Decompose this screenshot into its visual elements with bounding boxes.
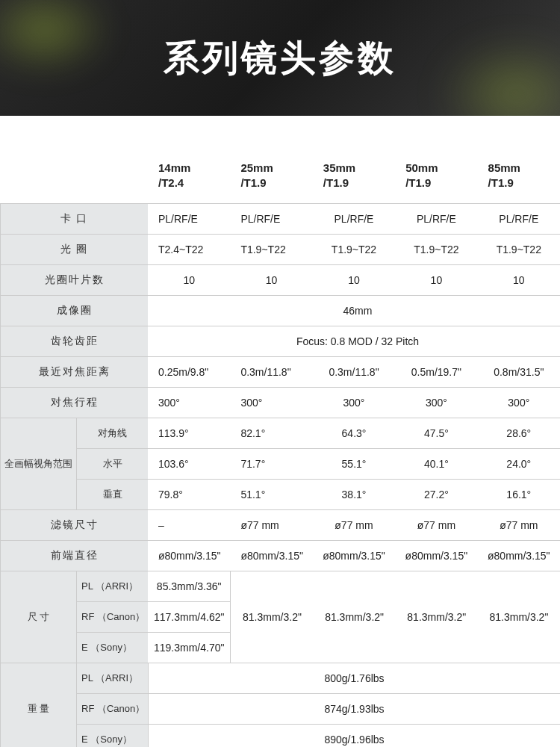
cell: 119.3mm/4.70"	[148, 632, 230, 663]
col-25mm: 25mm/T1.9	[230, 153, 312, 203]
cell: 28.6°	[478, 418, 560, 448]
label-pl: PL （ARRI）	[76, 571, 148, 601]
cell: ø80mm/3.15"	[478, 541, 560, 571]
row-gear-pitch: 齿轮齿距 Focus: 0.8 MOD / 32 Pitch	[0, 326, 560, 356]
cell: T1.9~T22	[313, 235, 395, 264]
cell: 40.1°	[395, 448, 477, 479]
label-weight: 重 量	[0, 663, 76, 747]
cell: 0.8m/31.5"	[478, 357, 560, 387]
cell: 113.9°	[148, 418, 230, 448]
spec-table: 14mm/T2.4 25mm/T1.9 35mm/T1.9 50mm/T1.9 …	[0, 116, 560, 747]
label-fov-h: 水平	[76, 448, 148, 479]
cell: 82.1°	[230, 418, 312, 448]
col-85mm: 85mm/T1.9	[478, 153, 560, 203]
label-front: 前端直径	[0, 541, 148, 571]
cell: T1.9~T22	[395, 235, 477, 264]
cell: ø77 mm	[395, 510, 477, 540]
label-filter: 滤镜尺寸	[0, 510, 148, 540]
cell: 10	[148, 265, 230, 295]
label-mfd: 最近对焦距离	[0, 357, 148, 387]
cell: 0.25m/9.8"	[148, 357, 230, 387]
row-front: 前端直径 ø80mm/3.15" ø80mm/3.15" ø80mm/3.15"…	[0, 540, 560, 571]
cell: 103.6°	[148, 448, 230, 479]
row-fov: 全画幅视角范围 对角线 113.9° 82.1° 64.3° 47.5° 28.…	[0, 418, 560, 509]
cell: PL/RF/E	[313, 204, 395, 234]
row-blades: 光圈叶片数 10 10 10 10 10	[0, 264, 560, 295]
col-35mm: 35mm/T1.9	[313, 153, 395, 203]
cell: 46mm	[148, 296, 560, 326]
row-focus-throw: 对焦行程 300° 300° 300° 300° 300°	[0, 387, 560, 418]
cell: 300°	[395, 388, 477, 418]
cell: T1.9~T22	[478, 235, 560, 264]
label-e: E （Sony）	[76, 724, 148, 747]
row-mfd: 最近对焦距离 0.25m/9.8" 0.3m/11.8" 0.3m/11.8" …	[0, 356, 560, 387]
cell: 81.3mm/3.2"	[396, 605, 478, 629]
row-filter: 滤镜尺寸 – ø77 mm ø77 mm ø77 mm ø77 mm	[0, 509, 560, 540]
cell: 0.3m/11.8"	[313, 357, 395, 387]
cell: 24.0°	[478, 448, 560, 479]
cell: 0.3m/11.8"	[230, 357, 312, 387]
label-blades: 光圈叶片数	[0, 265, 148, 295]
cell: 0.5m/19.7"	[395, 357, 477, 387]
cell: PL/RF/E	[230, 204, 312, 234]
cell: 874g/1.93lbs	[148, 693, 560, 724]
page-title: 系列镜头参数	[164, 34, 396, 82]
cell: 800g/1.76lbs	[148, 663, 560, 693]
row-weight: 重 量 PL （ARRI） 800g/1.76lbs RF （Canon） 87…	[0, 663, 560, 747]
cell: ø77 mm	[313, 510, 395, 540]
cell: ø77 mm	[230, 510, 312, 540]
cell: ø77 mm	[478, 510, 560, 540]
cell: ø80mm/3.15"	[148, 541, 230, 571]
cell: 81.3mm/3.2"	[314, 605, 396, 629]
label-fov-d: 对角线	[76, 418, 148, 448]
cell: 81.3mm/3.2"	[478, 605, 560, 629]
header-banner: 系列镜头参数	[0, 0, 560, 116]
cell: 10	[230, 265, 312, 295]
cell: 85.3mm/3.36"	[148, 571, 230, 601]
label-rf: RF （Canon）	[76, 601, 148, 632]
cell: 300°	[148, 388, 230, 418]
label-fov: 全画幅视角范围	[0, 418, 76, 509]
label-pl: PL （ARRI）	[76, 663, 148, 693]
cell: 79.8°	[148, 479, 230, 509]
cell: 47.5°	[395, 418, 477, 448]
cell: 10	[313, 265, 395, 295]
cell: PL/RF/E	[478, 204, 560, 234]
cell: 10	[478, 265, 560, 295]
cell: 300°	[230, 388, 312, 418]
label-e: E （Sony）	[76, 632, 148, 663]
cell: ø80mm/3.15"	[313, 541, 395, 571]
cell: –	[148, 510, 230, 540]
cell: ø80mm/3.15"	[230, 541, 312, 571]
col-50mm: 50mm/T1.9	[395, 153, 477, 203]
row-mount: 卡 口 PL/RF/E PL/RF/E PL/RF/E PL/RF/E PL/R…	[0, 203, 560, 234]
label-mount: 卡 口	[0, 204, 148, 234]
label-gear-pitch: 齿轮齿距	[0, 326, 148, 356]
label-size: 尺 寸	[0, 571, 76, 663]
label-image-circle: 成像圈	[0, 296, 148, 326]
cell: 16.1°	[478, 479, 560, 509]
cell: PL/RF/E	[395, 204, 477, 234]
cell: T2.4~T22	[148, 235, 230, 264]
col-14mm: 14mm/T2.4	[148, 153, 230, 203]
cell: 71.7°	[230, 448, 312, 479]
cell: 890g/1.96lbs	[148, 724, 560, 747]
row-size: 尺 寸 PL （ARRI） 85.3mm/3.36" 81.3mm/3.2" 8…	[0, 571, 560, 663]
row-image-circle: 成像圈 46mm	[0, 295, 560, 326]
cell: T1.9~T22	[230, 235, 312, 264]
cell: 10	[395, 265, 477, 295]
cell: PL/RF/E	[148, 204, 230, 234]
cell: 300°	[313, 388, 395, 418]
cell: 64.3°	[313, 418, 395, 448]
cell: 55.1°	[313, 448, 395, 479]
label-rf: RF （Canon）	[76, 693, 148, 724]
cell: 51.1°	[230, 479, 312, 509]
cell: 81.3mm/3.2"	[231, 605, 313, 629]
label-fov-v: 垂直	[76, 479, 148, 509]
cell: 38.1°	[313, 479, 395, 509]
label-aperture: 光 圈	[0, 235, 148, 264]
cell: Focus: 0.8 MOD / 32 Pitch	[148, 326, 560, 356]
label-focus-throw: 对焦行程	[0, 388, 148, 418]
row-aperture: 光 圈 T2.4~T22 T1.9~T22 T1.9~T22 T1.9~T22 …	[0, 234, 560, 264]
cell: 27.2°	[395, 479, 477, 509]
